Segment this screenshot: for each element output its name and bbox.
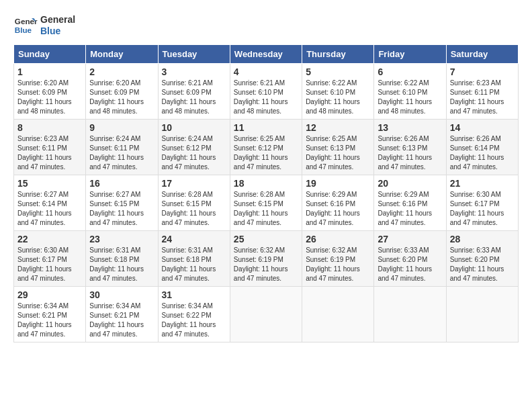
day-info: Sunrise: 6:26 AM Sunset: 6:14 PM Dayligh… [450,134,515,172]
calendar-cell: 31Sunrise: 6:34 AM Sunset: 6:22 PM Dayli… [158,287,230,342]
day-number: 28 [450,234,515,244]
calendar-cell: 23Sunrise: 6:31 AM Sunset: 6:18 PM Dayli… [86,231,158,287]
weekday-header-wednesday: Wednesday [230,45,302,64]
day-number: 26 [306,234,370,244]
day-info: Sunrise: 6:29 AM Sunset: 6:16 PM Dayligh… [306,190,370,228]
day-info: Sunrise: 6:21 AM Sunset: 6:09 PM Dayligh… [162,79,226,116]
day-number: 31 [162,289,226,300]
day-info: Sunrise: 6:25 AM Sunset: 6:12 PM Dayligh… [234,134,298,172]
weekday-header-thursday: Thursday [302,45,374,64]
day-info: Sunrise: 6:33 AM Sunset: 6:20 PM Dayligh… [450,246,515,283]
logo-text-blue: Blue [40,26,75,37]
calendar-cell: 20Sunrise: 6:29 AM Sunset: 6:16 PM Dayli… [374,175,446,231]
weekday-header-tuesday: Tuesday [158,45,230,64]
weekday-header-monday: Monday [86,45,158,64]
day-number: 16 [89,178,154,189]
calendar-cell [302,287,374,342]
svg-text:General: General [15,17,38,26]
day-number: 19 [306,178,370,189]
day-number: 9 [89,122,154,133]
day-info: Sunrise: 6:22 AM Sunset: 6:10 PM Dayligh… [306,79,370,116]
day-info: Sunrise: 6:24 AM Sunset: 6:11 PM Dayligh… [89,134,154,172]
day-info: Sunrise: 6:34 AM Sunset: 6:21 PM Dayligh… [89,302,154,339]
day-number: 5 [306,66,370,77]
page-header: General Blue General Blue [13,13,519,38]
day-number: 20 [378,178,442,189]
day-info: Sunrise: 6:28 AM Sunset: 6:15 PM Dayligh… [162,190,226,228]
calendar-cell: 16Sunrise: 6:27 AM Sunset: 6:15 PM Dayli… [86,175,158,231]
day-number: 14 [450,122,515,133]
calendar-cell: 3Sunrise: 6:21 AM Sunset: 6:09 PM Daylig… [158,64,230,120]
day-number: 15 [17,178,82,189]
day-number: 2 [89,66,154,77]
calendar-cell: 2Sunrise: 6:20 AM Sunset: 6:09 PM Daylig… [86,64,158,120]
day-info: Sunrise: 6:25 AM Sunset: 6:13 PM Dayligh… [306,134,370,172]
day-info: Sunrise: 6:34 AM Sunset: 6:22 PM Dayligh… [162,302,226,339]
day-number: 17 [162,178,226,189]
calendar-cell [230,287,302,342]
calendar-cell: 28Sunrise: 6:33 AM Sunset: 6:20 PM Dayli… [446,231,518,287]
day-info: Sunrise: 6:31 AM Sunset: 6:18 PM Dayligh… [89,246,154,283]
calendar-cell: 12Sunrise: 6:25 AM Sunset: 6:13 PM Dayli… [302,120,374,175]
day-number: 12 [306,122,370,133]
calendar-cell: 14Sunrise: 6:26 AM Sunset: 6:14 PM Dayli… [446,120,518,175]
day-info: Sunrise: 6:26 AM Sunset: 6:13 PM Dayligh… [378,134,442,172]
day-number: 4 [234,66,298,77]
day-number: 6 [378,66,442,77]
day-info: Sunrise: 6:23 AM Sunset: 6:11 PM Dayligh… [17,134,82,172]
day-number: 22 [17,234,82,244]
weekday-header-sunday: Sunday [14,45,86,64]
calendar-cell: 21Sunrise: 6:30 AM Sunset: 6:17 PM Dayli… [446,175,518,231]
calendar-cell: 13Sunrise: 6:26 AM Sunset: 6:13 PM Dayli… [374,120,446,175]
calendar-cell: 7Sunrise: 6:23 AM Sunset: 6:11 PM Daylig… [446,64,518,120]
calendar-cell: 26Sunrise: 6:32 AM Sunset: 6:19 PM Dayli… [302,231,374,287]
calendar-cell: 1Sunrise: 6:20 AM Sunset: 6:09 PM Daylig… [14,64,86,120]
day-number: 30 [89,289,154,300]
calendar-cell: 18Sunrise: 6:28 AM Sunset: 6:15 PM Dayli… [230,175,302,231]
day-info: Sunrise: 6:31 AM Sunset: 6:18 PM Dayligh… [162,246,226,283]
day-number: 8 [17,122,82,133]
calendar-cell: 4Sunrise: 6:21 AM Sunset: 6:10 PM Daylig… [230,64,302,120]
calendar-cell: 6Sunrise: 6:22 AM Sunset: 6:10 PM Daylig… [374,64,446,120]
day-number: 3 [162,66,226,77]
logo: General Blue General Blue [13,13,75,38]
logo-icon: General Blue [13,13,38,38]
calendar-cell: 10Sunrise: 6:24 AM Sunset: 6:12 PM Dayli… [158,120,230,175]
calendar-cell: 22Sunrise: 6:30 AM Sunset: 6:17 PM Dayli… [14,231,86,287]
calendar-cell: 11Sunrise: 6:25 AM Sunset: 6:12 PM Dayli… [230,120,302,175]
day-info: Sunrise: 6:29 AM Sunset: 6:16 PM Dayligh… [378,190,442,228]
day-info: Sunrise: 6:24 AM Sunset: 6:12 PM Dayligh… [162,134,226,172]
day-info: Sunrise: 6:21 AM Sunset: 6:10 PM Dayligh… [234,79,298,116]
day-info: Sunrise: 6:20 AM Sunset: 6:09 PM Dayligh… [17,79,82,116]
day-info: Sunrise: 6:20 AM Sunset: 6:09 PM Dayligh… [89,79,154,116]
day-info: Sunrise: 6:28 AM Sunset: 6:15 PM Dayligh… [234,190,298,228]
day-number: 29 [17,289,82,300]
calendar-cell: 30Sunrise: 6:34 AM Sunset: 6:21 PM Dayli… [86,287,158,342]
day-number: 21 [450,178,515,189]
day-info: Sunrise: 6:30 AM Sunset: 6:17 PM Dayligh… [17,246,82,283]
day-number: 27 [378,234,442,244]
calendar-cell: 25Sunrise: 6:32 AM Sunset: 6:19 PM Dayli… [230,231,302,287]
calendar-table: SundayMondayTuesdayWednesdayThursdayFrid… [13,44,519,342]
day-info: Sunrise: 6:27 AM Sunset: 6:15 PM Dayligh… [89,190,154,228]
day-number: 13 [378,122,442,133]
weekday-header-saturday: Saturday [446,45,518,64]
calendar-cell [446,287,518,342]
day-number: 11 [234,122,298,133]
day-info: Sunrise: 6:30 AM Sunset: 6:17 PM Dayligh… [450,190,515,228]
day-number: 24 [162,234,226,244]
day-info: Sunrise: 6:23 AM Sunset: 6:11 PM Dayligh… [450,79,515,116]
day-info: Sunrise: 6:32 AM Sunset: 6:19 PM Dayligh… [306,246,370,283]
calendar-cell: 27Sunrise: 6:33 AM Sunset: 6:20 PM Dayli… [374,231,446,287]
day-number: 7 [450,66,515,77]
calendar-cell [374,287,446,342]
calendar-cell: 19Sunrise: 6:29 AM Sunset: 6:16 PM Dayli… [302,175,374,231]
calendar-cell: 9Sunrise: 6:24 AM Sunset: 6:11 PM Daylig… [86,120,158,175]
day-number: 1 [17,66,82,77]
svg-text:Blue: Blue [15,26,32,34]
calendar-cell: 29Sunrise: 6:34 AM Sunset: 6:21 PM Dayli… [14,287,86,342]
day-number: 25 [234,234,298,244]
weekday-header-friday: Friday [374,45,446,64]
calendar-cell: 15Sunrise: 6:27 AM Sunset: 6:14 PM Dayli… [14,175,86,231]
calendar-cell: 17Sunrise: 6:28 AM Sunset: 6:15 PM Dayli… [158,175,230,231]
